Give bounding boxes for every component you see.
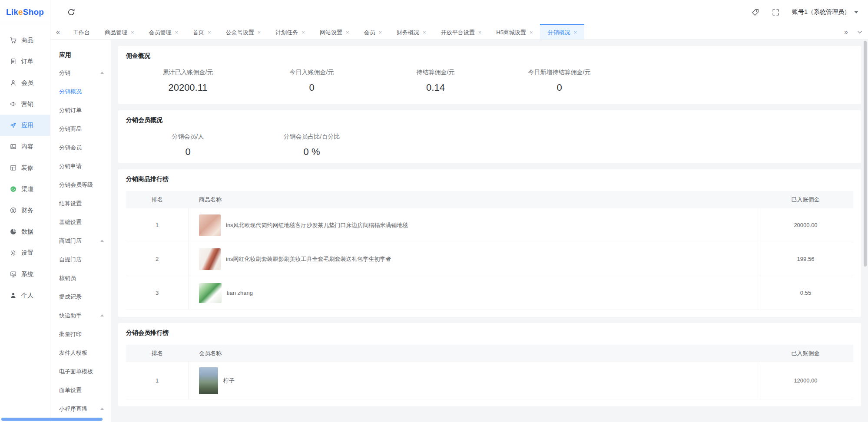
topbar: 账号1（系统管理员）	[50, 0, 868, 24]
table-row: 1 ins风北欧现代简约网红地毯客厅沙发茶几垫门口床边房间榻榻米满铺地毯 200…	[126, 208, 853, 242]
submenu-item[interactable]: 基础设置	[50, 213, 111, 231]
rail-item-system[interactable]: 系统	[0, 264, 50, 285]
tab-close-icon[interactable]: ×	[423, 30, 426, 35]
tab-close-icon[interactable]: ×	[346, 30, 349, 35]
member-ranking-card: 分销会员排行榜 排名 会员名称 已入账佣金 1 柠子 12000.00	[118, 323, 861, 406]
table-row: 3 tian zhang 0.55	[126, 276, 853, 310]
submenu-item[interactable]: 分销订单	[50, 101, 111, 119]
commission-value: 199.56	[758, 242, 853, 276]
stat-today-pending-commission: 今日新增待结算佣金/元 0	[497, 69, 621, 93]
collapse-caret-icon	[100, 408, 104, 410]
submenu-item-distribution-overview[interactable]: 分销概况	[50, 82, 111, 101]
rail-item-content[interactable]: 内容	[0, 136, 50, 157]
submenu-group-mini-live[interactable]: 小程序直播	[50, 399, 111, 418]
tabs-scroll-left-button[interactable]: «	[50, 24, 66, 40]
tab-item[interactable]: 公众号设置×	[219, 24, 268, 40]
submenu-item[interactable]: 电子面单模板	[50, 362, 111, 381]
tab-close-icon[interactable]: ×	[301, 30, 305, 35]
tab-item[interactable]: 网站设置×	[312, 24, 357, 40]
tag-button[interactable]	[751, 8, 759, 16]
rail-item-settings[interactable]: 设置	[0, 242, 50, 264]
card-title: 佣金概况	[126, 52, 853, 60]
submenu-item[interactable]: 分销申请	[50, 157, 111, 175]
refresh-button[interactable]	[67, 8, 76, 16]
fullscreen-button[interactable]	[772, 8, 780, 16]
member-overview-card: 分销会员概况 分销会员/人 0 分销会员占比/百分比 0 %	[118, 110, 861, 163]
tab-item[interactable]: H5商城设置×	[489, 24, 540, 40]
product-ranking-card: 分销商品排行榜 排名 商品名称 已入账佣金 1 ins风北欧现代简约网红地毯客厅…	[118, 169, 861, 317]
tab-item[interactable]: 财务概况×	[389, 24, 434, 40]
pie-chart-icon	[10, 228, 17, 235]
submenu-item[interactable]: 批量打印	[50, 325, 111, 343]
sidebar-horizontal-scrollbar-thumb[interactable]	[1, 418, 103, 421]
submenu-item[interactable]: 提成记录	[50, 287, 111, 306]
tab-close-icon[interactable]: ×	[530, 30, 533, 35]
submenu-item[interactable]: 核销员	[50, 269, 111, 287]
rail-item-orders[interactable]: 订单	[0, 51, 50, 72]
coin-yuan-icon	[10, 207, 17, 214]
submenu-group-distribution[interactable]: 分销	[50, 63, 111, 82]
rail-item-data[interactable]: 数据	[0, 221, 50, 242]
tab-close-icon[interactable]: ×	[573, 30, 577, 35]
logo: LikeShop	[0, 0, 50, 24]
rail-item-marketing[interactable]: 营销	[0, 93, 50, 115]
rail-item-decorate[interactable]: 装修	[0, 157, 50, 178]
tabs-scroll-right-button[interactable]: »	[844, 28, 848, 36]
rail-item-goods[interactable]: 商品	[0, 30, 50, 51]
rail-item-channel[interactable]: 渠道	[0, 178, 50, 200]
tab-close-icon[interactable]: ×	[175, 30, 179, 35]
collapse-caret-icon	[100, 240, 104, 242]
left-rail: LikeShop 商品 订单 会员 营销 应用	[0, 0, 50, 422]
rail-item-members[interactable]: 会员	[0, 72, 50, 93]
submenu-header: 应用	[50, 40, 111, 63]
rail-item-profile[interactable]: 个人	[0, 285, 50, 306]
commission-value: 0.55	[758, 276, 853, 310]
tag-icon	[751, 8, 759, 16]
submenu-group-store[interactable]: 商城门店	[50, 231, 111, 250]
submenu-item[interactable]: 结算设置	[50, 194, 111, 213]
member-avatar	[199, 367, 218, 394]
product-name: tian zhang	[227, 290, 253, 296]
rail-item-apps[interactable]: 应用	[0, 115, 50, 136]
tab-item[interactable]: 开放平台设置×	[434, 24, 489, 40]
order-list-icon	[10, 58, 17, 65]
tab-item-distribution-overview[interactable]: 分销概况×	[540, 24, 584, 40]
table-header: 排名 商品名称 已入账佣金	[126, 191, 853, 208]
tab-item[interactable]: 计划任务×	[268, 24, 312, 40]
vertical-scrollbar-thumb[interactable]	[864, 41, 867, 267]
collapse-caret-icon	[100, 72, 104, 74]
tab-close-icon[interactable]: ×	[378, 30, 382, 35]
product-name: ins风北欧现代简约网红地毯客厅沙发茶几垫门口床边房间榻榻米满铺地毯	[226, 221, 408, 229]
commission-value: 20000.00	[758, 208, 853, 242]
column-header-rank: 排名	[126, 196, 189, 204]
submenu-item[interactable]: 自提门店	[50, 250, 111, 269]
tab-item[interactable]: 首页×	[186, 24, 219, 40]
product-thumb	[199, 283, 222, 303]
submenu-item[interactable]: 面单设置	[50, 381, 111, 399]
tab-close-icon[interactable]: ×	[258, 30, 261, 35]
tab-item[interactable]: 商品管理×	[97, 24, 142, 40]
tab-close-icon[interactable]: ×	[478, 30, 482, 35]
submenu-panel: 应用 分销 分销概况 分销订单 分销商品 分销会员 分销申请 分销会员等级 结算…	[50, 40, 111, 422]
column-header-name: 会员名称	[189, 349, 758, 357]
tab-item[interactable]: 工作台	[66, 24, 97, 40]
rail-item-finance[interactable]: 财务	[0, 200, 50, 221]
layout-icon	[10, 164, 17, 171]
submenu-item[interactable]: 分销会员	[50, 138, 111, 157]
tab-item[interactable]: 会员管理×	[142, 24, 186, 40]
account-dropdown[interactable]: 账号1（系统管理员）	[792, 8, 858, 16]
submenu-item[interactable]: 分销会员等级	[50, 175, 111, 194]
megaphone-icon	[10, 100, 17, 108]
tabbar: « 工作台 商品管理× 会员管理× 首页× 公众号设置× 计划任务× 网站设置×…	[50, 24, 868, 40]
tab-close-icon[interactable]: ×	[208, 30, 211, 35]
tab-item[interactable]: 会员×	[356, 24, 389, 40]
account-name: 账号1（系统管理员）	[792, 8, 850, 16]
submenu-item[interactable]: 发件人模板	[50, 343, 111, 362]
refresh-icon	[67, 8, 76, 16]
commission-value: 12000.00	[758, 362, 853, 399]
stat-row: 累计已入账佣金/元 20200.11 今日入账佣金/元 0 待结算佣金/元 0.…	[126, 69, 853, 93]
tab-close-icon[interactable]: ×	[131, 30, 134, 35]
submenu-group-express-helper[interactable]: 快递助手	[50, 306, 111, 325]
tabs-menu-chevron-icon[interactable]	[857, 29, 863, 35]
submenu-item[interactable]: 分销商品	[50, 119, 111, 138]
